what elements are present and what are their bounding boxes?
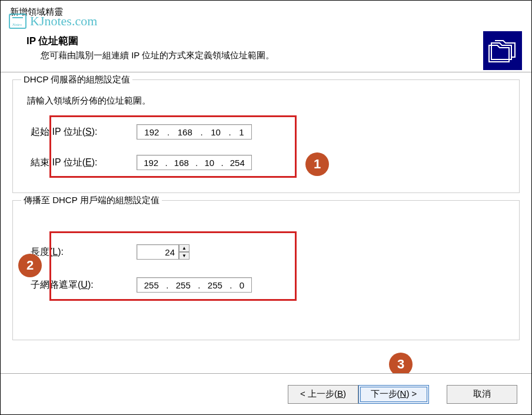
start-ip-row: 起始 IP 位址(S): 192. 168. 10. 1: [31, 124, 507, 140]
next-button[interactable]: 下一步(N) >: [358, 385, 429, 404]
end-ip-label: 結束 IP 位址(E):: [31, 157, 137, 169]
group1-legend: DHCP 伺服器的組態設定值: [21, 74, 132, 85]
group1-intro: 請輸入領域所分佈的位址範圍。: [27, 95, 507, 107]
length-spin-down[interactable]: ▼: [179, 252, 189, 260]
group2-legend: 傳播至 DHCP 用戶端的組態設定值: [21, 195, 162, 206]
length-spin-up[interactable]: ▲: [179, 244, 189, 252]
end-ip-row: 結束 IP 位址(E): 192. 168. 10. 254: [31, 155, 507, 170]
page-description: 您可藉由識別一組連續 IP 位址的方式來定義領域位址範圍。: [41, 50, 522, 61]
dhcp-server-config-group: DHCP 伺服器的組態設定值 請輸入領域所分佈的位址範圍。 起始 IP 位址(S…: [12, 79, 520, 193]
dhcp-client-config-group: 傳播至 DHCP 用戶端的組態設定值 長度(L): ▲ ▼ 子網路遮罩(U):: [12, 200, 520, 340]
annotation-badge-3: 3: [389, 353, 413, 376]
length-spinner[interactable]: ▲ ▼: [137, 244, 189, 260]
start-ip-input[interactable]: 192. 168. 10. 1: [137, 124, 252, 140]
length-row: 長度(L): ▲ ▼: [31, 244, 507, 260]
start-ip-label: 起始 IP 位址(S):: [31, 126, 137, 138]
wizard-body: DHCP 伺服器的組態設定值 請輸入領域所分佈的位址範圍。 起始 IP 位址(S…: [1, 72, 531, 352]
wizard-window: 新增領域精靈 KJnotes.com IP 位址範圍 您可藉由識別一組連續 IP…: [0, 0, 532, 415]
length-label: 長度(L):: [31, 246, 137, 258]
subnet-mask-row: 子網路遮罩(U): 255. 255. 255. 0: [31, 277, 507, 293]
length-input[interactable]: [137, 244, 179, 260]
subnet-mask-input[interactable]: 255. 255. 255. 0: [137, 277, 252, 293]
wizard-header: 新增領域精靈 KJnotes.com IP 位址範圍 您可藉由識別一組連續 IP…: [1, 1, 531, 72]
end-ip-input[interactable]: 192. 168. 10. 254: [137, 155, 252, 170]
wizard-folder-icon: [483, 31, 522, 70]
subnet-mask-label: 子網路遮罩(U):: [31, 279, 137, 291]
cancel-button[interactable]: 取消: [447, 385, 517, 404]
page-title: IP 位址範圍: [26, 34, 522, 48]
window-title: 新增領域精靈: [10, 6, 522, 18]
length-spin-buttons: ▲ ▼: [179, 244, 189, 260]
wizard-footer: < 上一步(B) 下一步(N) > 取消: [1, 373, 531, 414]
back-button[interactable]: < 上一步(B): [288, 385, 358, 404]
